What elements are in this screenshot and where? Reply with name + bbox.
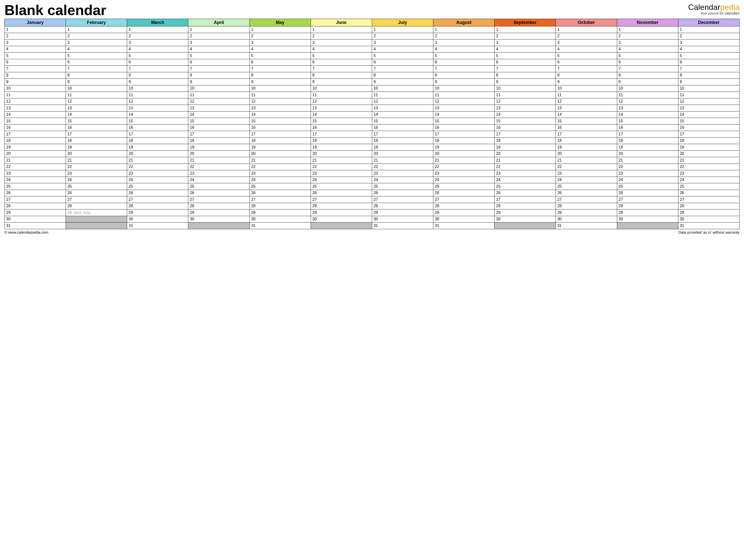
day-cell: 23 bbox=[494, 170, 556, 177]
day-cell: 11 bbox=[188, 92, 250, 99]
day-row: 555555555555 bbox=[5, 52, 740, 59]
day-cell: 18 bbox=[372, 138, 433, 144]
day-cell: 10 bbox=[66, 85, 127, 92]
day-cell: 3 bbox=[5, 39, 66, 46]
day-cell: 29 bbox=[678, 210, 739, 216]
day-row: 212121212121212121212121 bbox=[5, 157, 740, 164]
leap-year-note: (2016, 2020) bbox=[72, 211, 90, 215]
day-cell: 28 bbox=[250, 203, 311, 210]
day-cell: 22 bbox=[494, 163, 556, 170]
day-cell: 11 bbox=[433, 92, 494, 99]
day-cell: 23 bbox=[617, 170, 678, 177]
brand-part1: Calendar bbox=[688, 3, 720, 11]
day-cell: 12 bbox=[372, 98, 433, 105]
day-cell: 29 bbox=[433, 210, 494, 216]
day-cell: 2 bbox=[250, 33, 311, 39]
day-row: 151515151515151515151515 bbox=[5, 118, 740, 124]
day-cell: 27 bbox=[188, 196, 250, 203]
day-cell: 2 bbox=[494, 33, 556, 39]
day-cell: 17 bbox=[433, 131, 494, 138]
day-cell: 29 bbox=[617, 210, 678, 216]
month-header: February bbox=[66, 19, 127, 26]
day-cell: 6 bbox=[372, 59, 433, 66]
day-cell: 9 bbox=[494, 79, 556, 85]
day-row: 141414141414141414141414 bbox=[5, 111, 740, 118]
day-cell: 1 bbox=[372, 26, 433, 33]
day-cell: 31 bbox=[250, 223, 311, 229]
month-header: June bbox=[311, 19, 372, 26]
day-cell: 10 bbox=[188, 85, 250, 92]
day-cell: 18 bbox=[5, 138, 66, 144]
day-cell: 24 bbox=[250, 177, 311, 183]
month-header: August bbox=[433, 19, 494, 26]
day-cell: 25 bbox=[66, 183, 127, 190]
day-cell: 5 bbox=[127, 52, 188, 59]
day-cell: 15 bbox=[5, 118, 66, 124]
day-cell: 3 bbox=[556, 39, 617, 46]
day-cell: 21 bbox=[433, 157, 494, 164]
day-row: 131313131313131313131313 bbox=[5, 105, 740, 112]
day-cell: 28 bbox=[617, 203, 678, 210]
day-cell: 23 bbox=[66, 170, 127, 177]
day-cell: 8 bbox=[5, 72, 66, 79]
day-cell: 21 bbox=[66, 157, 127, 164]
day-cell: 11 bbox=[678, 92, 739, 99]
day-cell: 11 bbox=[494, 92, 556, 99]
day-cell: 26 bbox=[5, 190, 66, 196]
day-cell: 21 bbox=[5, 157, 66, 164]
day-cell: 24 bbox=[556, 177, 617, 183]
day-cell: 2 bbox=[433, 33, 494, 39]
day-cell: 11 bbox=[372, 92, 433, 99]
day-cell: 11 bbox=[556, 92, 617, 99]
day-cell: 17 bbox=[66, 131, 127, 138]
brand-name: Calendarpedia bbox=[688, 3, 740, 11]
day-cell: 14 bbox=[250, 111, 311, 118]
day-cell: 5 bbox=[250, 52, 311, 59]
day-cell: 9 bbox=[66, 79, 127, 85]
day-row: 242424242424242424242424 bbox=[5, 177, 740, 183]
day-cell: 13 bbox=[188, 105, 250, 112]
day-cell: 25 bbox=[433, 183, 494, 190]
day-cell: 25 bbox=[127, 183, 188, 190]
day-cell: 18 bbox=[678, 138, 739, 144]
day-cell: 5 bbox=[188, 52, 250, 59]
day-cell: 2 bbox=[5, 33, 66, 39]
day-cell: 28 bbox=[127, 203, 188, 210]
day-cell: 27 bbox=[250, 196, 311, 203]
day-cell: 7 bbox=[678, 66, 739, 72]
day-cell: 3 bbox=[678, 39, 739, 46]
day-cell: 7 bbox=[494, 66, 556, 72]
day-row: 181818181818181818181818 bbox=[5, 138, 740, 144]
day-cell: 12 bbox=[617, 98, 678, 105]
day-cell: 3 bbox=[311, 39, 372, 46]
day-cell: 13 bbox=[372, 105, 433, 112]
day-cell: 25 bbox=[5, 183, 66, 190]
day-row: 444444444444 bbox=[5, 46, 740, 52]
day-cell: 6 bbox=[66, 59, 127, 66]
day-cell: 1 bbox=[250, 26, 311, 33]
day-cell: 20 bbox=[66, 150, 127, 157]
day-cell bbox=[66, 216, 127, 223]
day-cell: 21 bbox=[494, 157, 556, 164]
day-cell: 15 bbox=[250, 118, 311, 124]
day-cell: 20 bbox=[5, 150, 66, 157]
day-cell: 14 bbox=[678, 111, 739, 118]
month-header: May bbox=[250, 19, 311, 26]
day-cell: 20 bbox=[127, 150, 188, 157]
day-cell: 6 bbox=[433, 59, 494, 66]
day-row: 262626262626262626262626 bbox=[5, 190, 740, 196]
day-cell: 25 bbox=[556, 183, 617, 190]
brand-tagline: Your source for calendars bbox=[688, 11, 740, 15]
day-cell: 25 bbox=[311, 183, 372, 190]
day-cell: 12 bbox=[556, 98, 617, 105]
day-cell: 13 bbox=[5, 105, 66, 112]
day-cell: 25 bbox=[678, 183, 739, 190]
day-cell: 10 bbox=[127, 85, 188, 92]
day-cell: 22 bbox=[556, 163, 617, 170]
day-cell: 29 bbox=[188, 210, 250, 216]
day-cell: 24 bbox=[617, 177, 678, 183]
day-cell: 6 bbox=[250, 59, 311, 66]
day-cell: 9 bbox=[5, 79, 66, 85]
day-cell: 4 bbox=[5, 46, 66, 52]
day-cell: 4 bbox=[556, 46, 617, 52]
